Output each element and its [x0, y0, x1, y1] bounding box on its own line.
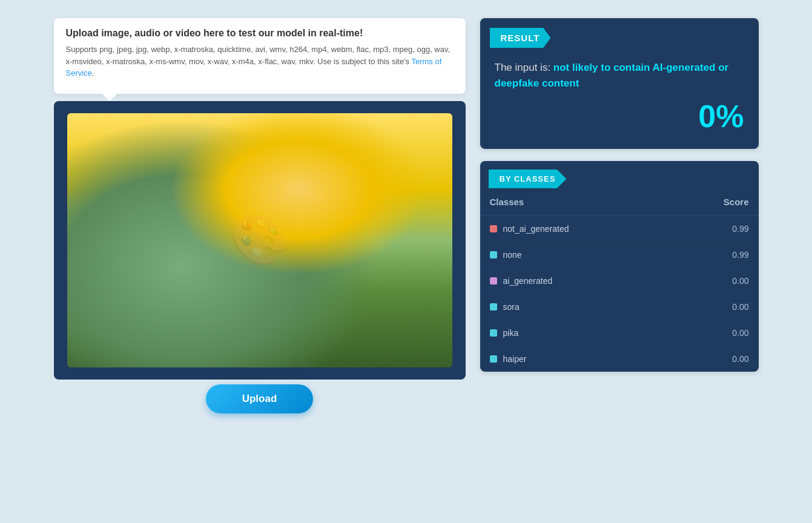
- tooltip-title: Upload image, audio or video here to tes…: [66, 28, 454, 39]
- table-row: pika0.00: [480, 320, 759, 346]
- image-box: [67, 113, 452, 367]
- class-color-dot: [490, 329, 497, 337]
- classes-header: BY CLASSES: [480, 161, 759, 188]
- result-header: RESULT: [480, 18, 759, 48]
- class-name-cell: pika: [490, 328, 662, 338]
- classes-table-wrapper[interactable]: Classes Score not_ai_generated0.99none0.…: [480, 188, 759, 372]
- class-name: none: [503, 250, 522, 260]
- uploaded-image: [67, 113, 452, 367]
- upload-button[interactable]: Upload: [206, 384, 314, 413]
- class-name-cell: not_ai_generated: [490, 224, 662, 234]
- table-row: haiper0.00: [480, 346, 759, 372]
- upload-button-wrapper: Upload: [54, 384, 466, 413]
- class-name-cell: sora: [490, 302, 662, 312]
- class-name-cell-td: ai_generated: [480, 268, 672, 294]
- class-name-cell-td: haiper: [480, 346, 672, 372]
- upload-tooltip: Upload image, audio or video here to tes…: [54, 18, 466, 94]
- result-prefix: The input is:: [495, 62, 553, 73]
- classes-table: Classes Score not_ai_generated0.99none0.…: [480, 188, 759, 372]
- left-panel: Upload image, audio or video here to tes…: [54, 18, 466, 413]
- result-text: The input is: not likely to contain AI-g…: [495, 60, 744, 91]
- class-name-cell-td: sora: [480, 294, 672, 320]
- classes-tag: BY CLASSES: [489, 169, 567, 188]
- col-classes: Classes: [480, 188, 672, 216]
- class-score: 0.00: [672, 320, 758, 346]
- right-panel: RESULT The input is: not likely to conta…: [480, 18, 759, 372]
- table-row: none0.99: [480, 242, 759, 268]
- table-row: sora0.00: [480, 294, 759, 320]
- class-name: sora: [503, 302, 520, 312]
- class-name-cell: ai_generated: [490, 276, 662, 286]
- class-name-cell-td: none: [480, 242, 672, 268]
- class-name: ai_generated: [503, 276, 553, 286]
- tooltip-body: Supports png, jpeg, jpg, webp, x-matrosk…: [66, 44, 454, 79]
- class-name-cell-td: not_ai_generated: [480, 216, 672, 242]
- class-name: pika: [503, 328, 519, 338]
- class-color-dot: [490, 225, 497, 232]
- table-row: ai_generated0.00: [480, 268, 759, 294]
- table-header-row: Classes Score: [480, 188, 759, 216]
- class-score: 0.00: [672, 346, 758, 372]
- class-name: not_ai_generated: [503, 224, 569, 234]
- class-name-cell: none: [490, 250, 662, 260]
- class-color-dot: [490, 251, 497, 258]
- class-score: 0.00: [672, 268, 758, 294]
- image-container: [54, 101, 466, 380]
- class-score: 0.99: [672, 216, 758, 242]
- class-color-dot: [490, 303, 497, 311]
- result-tag: RESULT: [490, 28, 551, 48]
- class-score: 0.99: [672, 242, 758, 268]
- result-body: The input is: not likely to contain AI-g…: [480, 48, 759, 149]
- class-color-dot: [490, 277, 497, 285]
- class-score: 0.00: [672, 294, 758, 320]
- result-percentage: 0%: [495, 98, 744, 134]
- class-color-dot: [490, 355, 497, 363]
- classes-card: BY CLASSES Classes Score not_ai_generate…: [480, 161, 759, 372]
- col-score: Score: [672, 188, 758, 216]
- class-name-cell-td: pika: [480, 320, 672, 346]
- table-row: not_ai_generated0.99: [480, 216, 759, 242]
- result-card: RESULT The input is: not likely to conta…: [480, 18, 759, 149]
- class-name-cell: haiper: [490, 354, 662, 364]
- class-name: haiper: [503, 354, 527, 364]
